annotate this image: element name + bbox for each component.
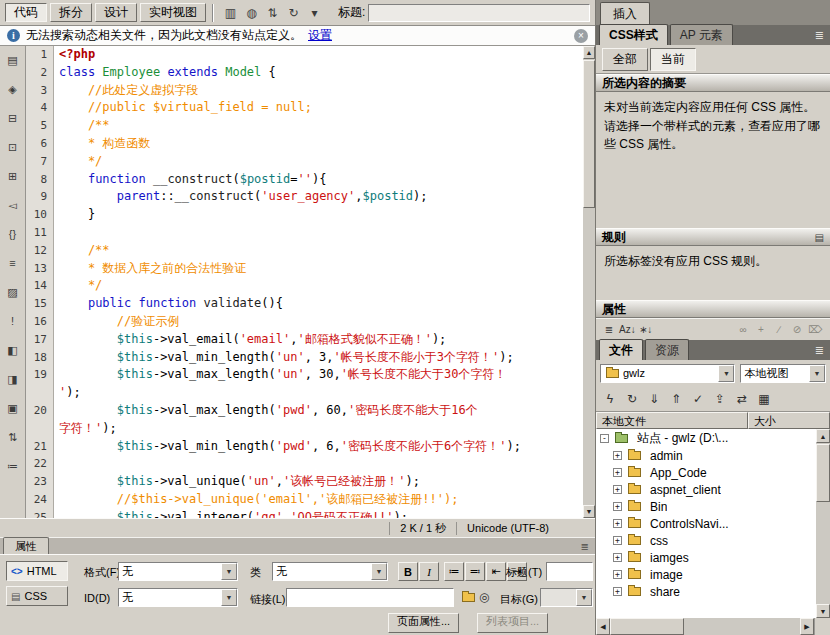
- files-horizontal-scrollbar[interactable]: ◀ ▶: [596, 618, 830, 635]
- remove-comment-icon[interactable]: ◨: [4, 371, 22, 387]
- expand-all-icon[interactable]: ⊞: [4, 168, 22, 184]
- scroll-track[interactable]: [583, 59, 595, 505]
- class-select[interactable]: 无 ▼: [272, 562, 388, 581]
- expand-panel-icon[interactable]: ▦: [754, 389, 774, 408]
- tab-files[interactable]: 文件: [599, 339, 643, 360]
- expand-icon[interactable]: +: [613, 502, 622, 511]
- point-to-file-icon[interactable]: ◎: [479, 590, 489, 604]
- site-select[interactable]: gwlz ▼: [600, 364, 735, 383]
- scroll-up-icon[interactable]: ▲: [583, 46, 595, 59]
- delete-css-rule-icon[interactable]: ⌦: [807, 322, 823, 337]
- bold-button[interactable]: B: [398, 562, 418, 581]
- outdent-icon[interactable]: ⇤: [486, 562, 506, 581]
- tree-item[interactable]: +aspnet_client: [596, 481, 816, 498]
- tab-css-styles[interactable]: CSS样式: [599, 24, 668, 45]
- tree-item[interactable]: +css: [596, 532, 816, 549]
- select-parent-tag-icon[interactable]: ◅: [4, 197, 22, 213]
- expand-icon[interactable]: +: [613, 587, 622, 596]
- file-management-icon[interactable]: ⇅: [262, 3, 283, 22]
- tab-split-view[interactable]: 拆分: [50, 3, 92, 22]
- edit-rule-icon[interactable]: ∕: [771, 322, 787, 337]
- page-properties-button[interactable]: 页面属性...: [388, 613, 459, 633]
- collapse-icon[interactable]: -: [600, 434, 609, 443]
- wrap-tag-icon[interactable]: ▣: [4, 400, 22, 416]
- css-all-button[interactable]: 全部: [602, 48, 648, 71]
- show-only-set-properties-icon[interactable]: ∗↓: [638, 322, 654, 337]
- open-documents-icon[interactable]: ▤: [4, 52, 22, 68]
- panel-menu-icon[interactable]: ≣: [809, 29, 830, 45]
- resize-grip[interactable]: [814, 618, 830, 635]
- view-options-icon[interactable]: ▾: [304, 3, 325, 22]
- scroll-left-icon[interactable]: ◀: [596, 618, 610, 635]
- format-select[interactable]: 无 ▼: [118, 562, 238, 581]
- cascade-view-icon[interactable]: ▤: [815, 232, 824, 243]
- tree-item[interactable]: -站点 - gwlz (D:\...: [596, 430, 816, 447]
- refresh-design-view-icon[interactable]: ↻: [283, 3, 304, 22]
- html-mode-button[interactable]: <> HTML: [6, 561, 68, 581]
- id-select[interactable]: 无 ▼: [118, 588, 238, 607]
- scroll-thumb[interactable]: [816, 444, 830, 502]
- refresh-icon[interactable]: ↻: [622, 389, 642, 408]
- tree-item[interactable]: +share: [596, 583, 816, 600]
- document-title-input[interactable]: [368, 4, 590, 22]
- format-source-code-icon[interactable]: ≔: [4, 458, 22, 474]
- collapse-full-tag-icon[interactable]: ⊟: [4, 110, 22, 126]
- browse-folder-icon[interactable]: [462, 593, 475, 602]
- line-numbers-icon[interactable]: ≡: [4, 255, 22, 271]
- unordered-list-icon[interactable]: ≔: [444, 562, 464, 581]
- recent-snippets-icon[interactable]: ⇅: [4, 429, 22, 445]
- tab-insert[interactable]: 插入: [600, 2, 650, 25]
- expand-icon[interactable]: +: [613, 451, 622, 460]
- expand-icon[interactable]: +: [613, 468, 622, 477]
- column-size[interactable]: 大小: [748, 412, 830, 429]
- chevron-down-icon[interactable]: ▼: [221, 589, 237, 606]
- chevron-down-icon[interactable]: ▼: [221, 563, 237, 580]
- disable-css-property-icon[interactable]: ⊘: [789, 322, 805, 337]
- highlight-invalid-code-icon[interactable]: ▨: [4, 284, 22, 300]
- target-select[interactable]: ▼: [540, 588, 593, 607]
- expand-icon[interactable]: +: [613, 570, 622, 579]
- synchronize-icon[interactable]: ⇄: [732, 389, 752, 408]
- chevron-down-icon[interactable]: ▼: [718, 365, 734, 382]
- code-scrollbar[interactable]: ▲ ▼: [583, 46, 595, 518]
- scroll-thumb[interactable]: [583, 60, 595, 208]
- panel-menu-icon[interactable]: ≣: [575, 541, 595, 554]
- tab-assets[interactable]: 资源: [645, 339, 689, 360]
- connect-icon[interactable]: ϟ: [600, 389, 620, 408]
- put-files-icon[interactable]: ⇑: [666, 389, 686, 408]
- tab-design-view[interactable]: 设计: [95, 3, 137, 22]
- show-code-navigator-icon[interactable]: ◈: [4, 81, 22, 97]
- chevron-down-icon[interactable]: ▼: [371, 563, 387, 580]
- tree-item[interactable]: +ControlsNavi...: [596, 515, 816, 532]
- link-input[interactable]: [286, 588, 454, 607]
- multiscreen-icon[interactable]: ▥: [220, 3, 241, 22]
- list-item-button[interactable]: 列表项目...: [477, 613, 548, 633]
- scroll-right-icon[interactable]: ▶: [800, 618, 814, 635]
- tab-ap-elements[interactable]: AP 元素: [670, 24, 733, 45]
- scroll-thumb[interactable]: [610, 618, 684, 635]
- expand-icon[interactable]: +: [613, 519, 622, 528]
- tab-live-view[interactable]: 实时视图: [140, 3, 206, 22]
- check-out-icon[interactable]: ✓: [688, 389, 708, 408]
- tab-code-view[interactable]: 代码: [5, 3, 47, 22]
- scroll-down-icon[interactable]: ▼: [816, 604, 830, 618]
- italic-button[interactable]: I: [419, 562, 439, 581]
- close-icon[interactable]: ×: [574, 29, 588, 43]
- expand-icon[interactable]: +: [613, 536, 622, 545]
- syntax-error-alerts-icon[interactable]: !: [4, 313, 22, 329]
- tree-item[interactable]: +admin: [596, 447, 816, 464]
- css-mode-button[interactable]: ▤ CSS: [6, 586, 68, 606]
- check-in-icon[interactable]: ⇪: [710, 389, 730, 408]
- get-files-icon[interactable]: ⇓: [644, 389, 664, 408]
- view-select[interactable]: 本地视图 ▼: [740, 364, 826, 383]
- panel-menu-icon[interactable]: ≣: [809, 344, 830, 360]
- scroll-down-icon[interactable]: ▼: [583, 505, 595, 518]
- ordered-list-icon[interactable]: ≕: [465, 562, 485, 581]
- expand-icon[interactable]: +: [613, 485, 622, 494]
- css-current-button[interactable]: 当前: [650, 48, 696, 71]
- setup-link[interactable]: 设置: [308, 27, 332, 44]
- collapse-selection-icon[interactable]: ⊡: [4, 139, 22, 155]
- preview-in-browser-icon[interactable]: ◍: [241, 3, 262, 22]
- tree-item[interactable]: +Bin: [596, 498, 816, 515]
- show-category-view-icon[interactable]: ≣: [601, 322, 617, 337]
